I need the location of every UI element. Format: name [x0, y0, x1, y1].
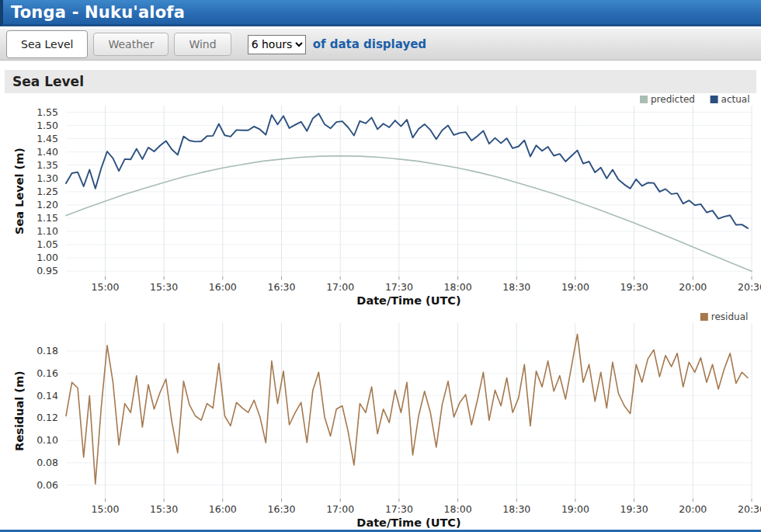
svg-text:1.30: 1.30 — [36, 172, 58, 184]
svg-text:0.16: 0.16 — [36, 367, 58, 379]
range-suffix-label: of data displayed — [313, 37, 426, 51]
svg-text:predicted: predicted — [651, 94, 695, 105]
svg-text:17:00: 17:00 — [326, 503, 354, 515]
svg-text:20:30: 20:30 — [738, 503, 761, 515]
svg-text:0.95: 0.95 — [36, 265, 58, 276]
svg-text:1.45: 1.45 — [36, 133, 58, 144]
app-header: Tonga - Nuku'alofa — [0, 0, 761, 26]
svg-text:1.25: 1.25 — [36, 186, 58, 197]
svg-text:residual: residual — [711, 311, 749, 322]
tab-weather[interactable]: Weather — [93, 33, 169, 56]
svg-text:16:30: 16:30 — [267, 281, 295, 293]
sea-level-chart: 15:0015:3016:0016:3017:0017:3018:0018:30… — [0, 93, 761, 311]
svg-text:Residual (m): Residual (m) — [13, 370, 26, 450]
svg-text:0.14: 0.14 — [36, 390, 58, 402]
svg-text:1.00: 1.00 — [36, 252, 58, 263]
svg-text:1.15: 1.15 — [36, 212, 58, 224]
svg-text:16:00: 16:00 — [209, 503, 237, 515]
svg-text:1.20: 1.20 — [36, 199, 58, 210]
svg-text:15:30: 15:30 — [150, 503, 178, 515]
svg-text:1.40: 1.40 — [36, 146, 58, 158]
svg-text:19:30: 19:30 — [620, 281, 648, 293]
svg-text:19:00: 19:00 — [561, 281, 589, 293]
svg-text:18:00: 18:00 — [444, 281, 472, 293]
svg-text:20:00: 20:00 — [679, 503, 707, 515]
svg-text:1.35: 1.35 — [36, 159, 58, 171]
svg-text:17:30: 17:30 — [385, 503, 413, 515]
tab-bar: Sea Level Weather Wind 6 hours of data d… — [0, 28, 761, 61]
svg-text:0.10: 0.10 — [36, 434, 58, 446]
svg-text:Sea Level (m): Sea Level (m) — [13, 148, 26, 235]
svg-text:actual: actual — [721, 94, 750, 105]
svg-text:0.12: 0.12 — [36, 412, 58, 423]
svg-text:1.55: 1.55 — [36, 106, 58, 118]
tab-wind[interactable]: Wind — [174, 33, 231, 56]
svg-text:20:00: 20:00 — [679, 281, 707, 293]
tab-sea-level-label: Sea Level — [21, 38, 73, 50]
svg-text:17:00: 17:00 — [326, 281, 354, 293]
svg-text:16:00: 16:00 — [209, 281, 237, 293]
tab-weather-label: Weather — [108, 38, 154, 50]
residual-chart: 15:0015:3016:0016:3017:0017:3018:0018:30… — [0, 311, 761, 532]
data-range-select[interactable]: 6 hours — [248, 35, 306, 54]
page-title: Tonga - Nuku'alofa — [11, 3, 185, 22]
svg-text:16:30: 16:30 — [267, 503, 295, 515]
svg-text:0.08: 0.08 — [36, 457, 58, 468]
svg-text:18:00: 18:00 — [444, 503, 472, 515]
tab-sea-level[interactable]: Sea Level — [6, 30, 88, 58]
svg-text:1.05: 1.05 — [36, 238, 58, 250]
svg-text:18:30: 18:30 — [502, 503, 530, 515]
svg-text:20:30: 20:30 — [738, 281, 761, 293]
svg-text:Date/Time (UTC): Date/Time (UTC) — [356, 516, 460, 529]
svg-text:17:30: 17:30 — [385, 281, 413, 293]
svg-text:15:00: 15:00 — [91, 281, 119, 293]
svg-text:0.18: 0.18 — [36, 345, 58, 356]
svg-text:19:00: 19:00 — [561, 503, 589, 515]
section-title: Sea Level — [5, 70, 756, 93]
tab-wind-label: Wind — [189, 38, 216, 50]
svg-text:15:00: 15:00 — [91, 503, 119, 515]
svg-text:0.06: 0.06 — [36, 479, 58, 491]
svg-text:18:30: 18:30 — [502, 281, 530, 293]
svg-text:15:30: 15:30 — [150, 281, 178, 293]
svg-text:19:30: 19:30 — [620, 503, 648, 515]
svg-text:1.10: 1.10 — [36, 225, 58, 237]
svg-text:Date/Time (UTC): Date/Time (UTC) — [356, 294, 460, 307]
svg-text:1.50: 1.50 — [36, 120, 58, 131]
